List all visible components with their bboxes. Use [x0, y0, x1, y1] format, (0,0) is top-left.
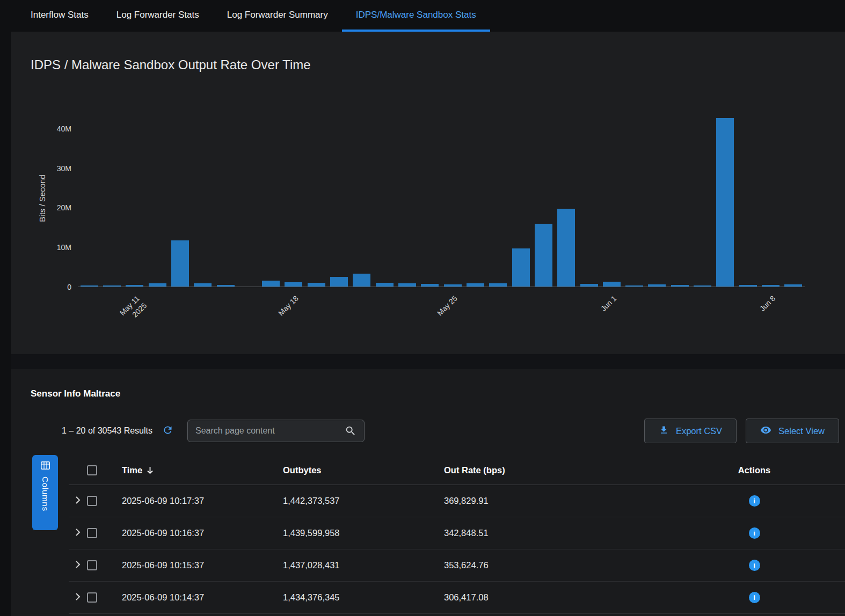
- sensor-info-table: Time Outbytes Out Rate (bps) Actions 202…: [69, 456, 845, 614]
- chart-bar: [126, 285, 143, 287]
- chart-bar-slot: [737, 109, 759, 287]
- row-expand-chevron[interactable]: [69, 496, 87, 507]
- y-tick-label: 10M: [57, 243, 71, 252]
- table-row: 2025-06-09 10:17:37 1,442,373,537 369,82…: [69, 485, 845, 517]
- chart-bar-slot: [782, 109, 805, 287]
- info-icon[interactable]: i: [749, 527, 760, 539]
- y-tick-label: 20M: [57, 203, 71, 212]
- chart-bar-slot: [441, 109, 464, 287]
- row-out-rate: 369,829.91: [433, 496, 664, 506]
- y-tick-label: 40M: [57, 124, 71, 133]
- row-outbytes: 1,442,373,537: [272, 496, 433, 506]
- info-icon[interactable]: i: [749, 592, 760, 603]
- column-header-outbytes[interactable]: Outbytes: [272, 465, 433, 475]
- row-checkbox[interactable]: [87, 592, 97, 603]
- chart-bar: [489, 283, 507, 287]
- chevron-right-icon: [75, 592, 81, 603]
- chart-bar-slot: [146, 109, 169, 287]
- chart-bar: [694, 285, 711, 287]
- panel-divider: [11, 354, 845, 369]
- export-csv-button[interactable]: Export CSV: [644, 419, 737, 443]
- chevron-right-icon: [75, 496, 81, 507]
- chart-bar-slot: [282, 109, 305, 287]
- row-checkbox[interactable]: [87, 560, 97, 570]
- chart-bar-slot: [600, 109, 623, 287]
- row-checkbox-cell: [87, 592, 111, 603]
- column-header-time[interactable]: Time: [111, 465, 272, 475]
- row-out-rate: 306,417.08: [433, 592, 664, 603]
- search-box: [187, 420, 365, 442]
- chart-bar-slot: [555, 109, 578, 287]
- table-row: 2025-06-09 10:14:37 1,434,376,345 306,41…: [69, 582, 845, 614]
- row-checkbox[interactable]: [87, 496, 97, 506]
- chart-bar: [716, 118, 734, 287]
- select-view-button[interactable]: Select View: [746, 419, 839, 443]
- search-input[interactable]: [195, 426, 340, 436]
- sort-desc-icon: [146, 466, 154, 475]
- columns-button[interactable]: Columns: [32, 455, 58, 530]
- output-rate-chart: Bits / Second 010M20M30M40M May 112025Ma…: [78, 109, 805, 287]
- chart-bar-slot: [78, 109, 100, 287]
- table-row: 2025-06-09 10:16:37 1,439,599,958 342,84…: [69, 517, 845, 549]
- chevron-right-icon: [75, 560, 81, 571]
- row-time: 2025-06-09 10:14:37: [111, 592, 272, 603]
- tab-log-forwarder-summary[interactable]: Log Forwarder Summary: [213, 0, 342, 32]
- row-expand-chevron[interactable]: [69, 560, 87, 571]
- chart-bar: [739, 285, 757, 287]
- row-expand-chevron[interactable]: [69, 528, 87, 539]
- row-actions-cell: i: [664, 495, 845, 507]
- column-header-actions: Actions: [664, 465, 845, 475]
- row-expand-chevron[interactable]: [69, 592, 87, 603]
- chart-bar: [171, 240, 189, 287]
- chart-bar: [149, 283, 166, 287]
- y-tick-label: 0: [67, 283, 71, 291]
- chart-bar: [330, 277, 348, 287]
- info-icon[interactable]: i: [749, 560, 760, 571]
- table-header-row: Time Outbytes Out Rate (bps) Actions: [69, 456, 845, 485]
- chart-bar: [81, 285, 98, 287]
- chart-bar: [421, 284, 439, 287]
- y-tick-label: 30M: [57, 164, 71, 173]
- chart-bar-slot: [714, 109, 737, 287]
- tab-interflow-stats[interactable]: Interflow Stats: [17, 0, 103, 32]
- download-icon: [659, 425, 669, 437]
- chart-bar: [398, 283, 416, 287]
- column-header-out-rate[interactable]: Out Rate (bps): [433, 465, 664, 475]
- chart-bar-slot: [509, 109, 532, 287]
- row-out-rate: 353,624.76: [433, 560, 664, 570]
- refresh-button[interactable]: [162, 424, 173, 438]
- results-count: 1 – 20 of 30543 Results: [62, 426, 152, 436]
- chart-bar-slot: [373, 109, 396, 287]
- row-checkbox-cell: [87, 528, 111, 538]
- chart-bar: [467, 283, 484, 287]
- grid-icon: [41, 461, 50, 472]
- chart-plot: [78, 109, 805, 287]
- chart-bar: [762, 285, 780, 287]
- chart-bar-slot: [351, 109, 373, 287]
- chart-bar: [557, 209, 575, 287]
- chart-bar: [512, 248, 530, 287]
- select-view-label: Select View: [778, 426, 825, 436]
- chart-bar-slot: [578, 109, 600, 287]
- tab-log-forwarder-stats[interactable]: Log Forwarder Stats: [103, 0, 213, 32]
- search-icon: [345, 425, 356, 437]
- chart-bar-slot: [237, 109, 259, 287]
- chart-bar-slot: [214, 109, 237, 287]
- tab-bar: Interflow StatsLog Forwarder StatsLog Fo…: [0, 0, 845, 32]
- chart-bar: [376, 283, 394, 287]
- select-all-checkbox[interactable]: [87, 465, 97, 475]
- header-checkbox-cell: [87, 465, 111, 475]
- table-body: 2025-06-09 10:17:37 1,442,373,537 369,82…: [69, 485, 845, 614]
- row-checkbox-cell: [87, 560, 111, 570]
- section-title: Sensor Info Maltrace: [31, 388, 845, 399]
- row-checkbox-cell: [87, 496, 111, 506]
- row-actions-cell: i: [664, 592, 845, 603]
- row-outbytes: 1,434,376,345: [272, 592, 433, 603]
- chart-bar-slot: [192, 109, 214, 287]
- info-icon[interactable]: i: [749, 495, 760, 507]
- chart-bar: [603, 282, 621, 287]
- chart-bar: [194, 283, 212, 287]
- row-checkbox[interactable]: [87, 528, 97, 538]
- chart-bar-slot: [123, 109, 146, 287]
- tab-idps-malware-sandbox-stats[interactable]: IDPS/Malware Sandbox Stats: [342, 0, 490, 32]
